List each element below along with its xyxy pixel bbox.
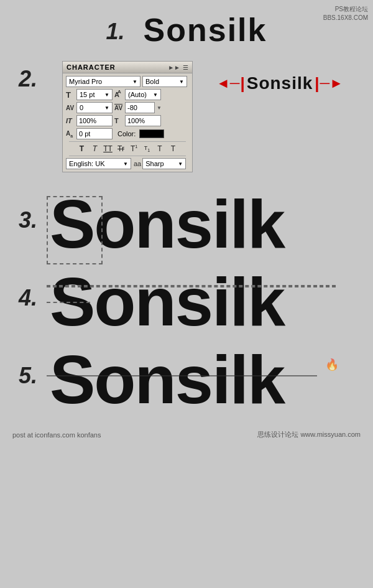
flame-mark: 🔥 [325,358,339,371]
tracking-field[interactable]: -80 [125,102,155,113]
right-bar: | [315,74,319,93]
aa-label: aa [134,160,141,167]
color-label: Color: [117,130,136,138]
footer-right: 思练设计论坛 www.missyuan.com [257,430,361,439]
underline-button[interactable]: TT [103,144,113,153]
subscript-button[interactable]: T1 [142,145,152,152]
step-3: 3. Sonsilk [0,184,373,261]
right-arrow-red: ─► [320,75,343,91]
panel-expand-icon[interactable]: ►► [168,64,180,71]
font-row: Myriad Pro ▼ Bold ▼ [66,76,189,87]
bottom-selection-line [47,302,90,303]
leading-icon: AA [114,91,123,98]
step-1-title: Sonsilk [144,11,267,49]
font-dd-arrow: ▼ [132,79,137,85]
allcaps-button[interactable]: T [155,144,165,153]
style-dd-arrow: ▼ [179,79,184,85]
baseline-field[interactable]: 0 pt [76,128,113,139]
leading-dropdown[interactable]: (Auto) ▼ [125,89,161,100]
size-dropdown[interactable]: 15 pt ▼ [76,89,113,100]
vscale-field[interactable]: 100% [76,115,113,126]
panel-header: CHARACTER ►► ☰ [63,62,192,73]
hscale-icon: T [114,117,123,124]
kern-icon: AV [66,105,75,111]
step3-text: Sonsilk [50,185,284,262]
panel-menu-icon[interactable]: ☰ [183,64,188,71]
step-4: 4. Sonsilk [0,261,373,339]
step4-content: Sonsilk [50,268,354,336]
bold-button[interactable]: T [77,144,87,153]
baseline-icon: Aa [66,130,75,138]
kern-track-row: AV 0 ▼ AV -80 ▼ [66,102,189,113]
step2-text: Sonsilk [247,73,313,93]
language-dropdown[interactable]: English: UK ▼ [66,158,131,169]
kern-dropdown[interactable]: 0 ▼ [76,102,113,113]
size-icon: T [66,90,75,100]
aa-field: aa Sharp ▼ [134,158,186,169]
track-dd-arrow: ▼ [157,105,162,111]
smallcaps-button[interactable]: T [168,144,178,153]
panel-controls: ►► ☰ [168,64,188,71]
font-name-dropdown[interactable]: Myriad Pro ▼ [66,76,140,87]
step-4-number: 4. [19,285,50,311]
step-2-number: 2. [19,66,50,92]
superscript-button[interactable]: T1 [129,144,139,153]
strikethrough-button[interactable]: Tr [116,144,126,153]
font-style-dropdown[interactable]: Bold ▼ [142,76,187,87]
vscale-icon: IT [66,117,75,124]
step-5: 5. 🔥 Sonsilk [0,339,373,426]
language-row: English: UK ▼ aa Sharp ▼ [66,158,189,169]
italic-button[interactable]: T [90,144,100,153]
step2-sonsilk: ◄─ | Sonsilk | ─► [205,73,354,93]
left-arrow-red: ◄─ [216,75,239,91]
panel-title: CHARACTER [67,63,116,71]
step-1-number: 1. [106,19,137,45]
footer-left: post at iconfans.com konfans [12,431,101,439]
color-swatch[interactable] [139,129,164,138]
step-1: 1. Sonsilk [0,0,373,55]
step5-horizontal-line [47,375,317,376]
top-selection-line [47,285,336,287]
step5-content: 🔥 Sonsilk [50,345,354,414]
step3-content: Sonsilk [50,190,354,258]
scale-row: IT 100% T 100% [66,115,189,126]
aa-dropdown[interactable]: Sharp ▼ [142,158,186,169]
step-2: 2. CHARACTER ►► ☰ Myriad Pro ▼ Bold ▼ [0,55,373,184]
step-5-number: 5. [19,363,50,389]
baseline-color-row: Aa 0 pt Color: [66,128,189,139]
panel-body: Myriad Pro ▼ Bold ▼ T 15 pt ▼ AA (Auto) [63,73,192,172]
size-leading-row: T 15 pt ▼ AA (Auto) ▼ [66,89,189,100]
footer: post at iconfans.com konfans 思练设计论坛 www.… [0,426,373,446]
track-icon: AV [114,105,123,111]
left-bar: | [240,74,244,93]
step5-text: Sonsilk [50,341,284,418]
step-3-number: 3. [19,207,50,233]
character-panel: CHARACTER ►► ☰ Myriad Pro ▼ Bold ▼ T [62,61,193,172]
hscale-field[interactable]: 100% [125,115,161,126]
type-style-row: T T TT Tr T1 T1 T T [66,144,189,153]
